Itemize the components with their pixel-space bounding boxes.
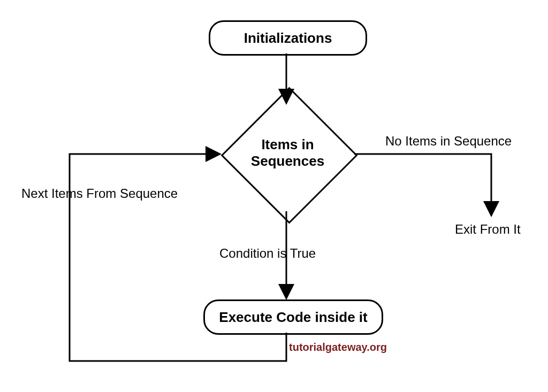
flowchart-canvas: Initializations Items in Sequences Execu… (0, 0, 548, 392)
start-label: Initializations (244, 30, 332, 47)
edge-right-label: No Items in Sequence (385, 134, 512, 149)
decision-node (221, 87, 358, 224)
watermark-text: tutorialgateway.org (289, 341, 387, 353)
process-node: Execute Code inside it (203, 299, 383, 335)
start-node: Initializations (209, 20, 367, 56)
edge-exit-label: Exit From It (455, 222, 521, 237)
process-label: Execute Code inside it (219, 309, 367, 326)
edge-down-label: Condition is True (219, 246, 316, 261)
edge-loop-label: Next Items From Sequence (21, 186, 178, 201)
